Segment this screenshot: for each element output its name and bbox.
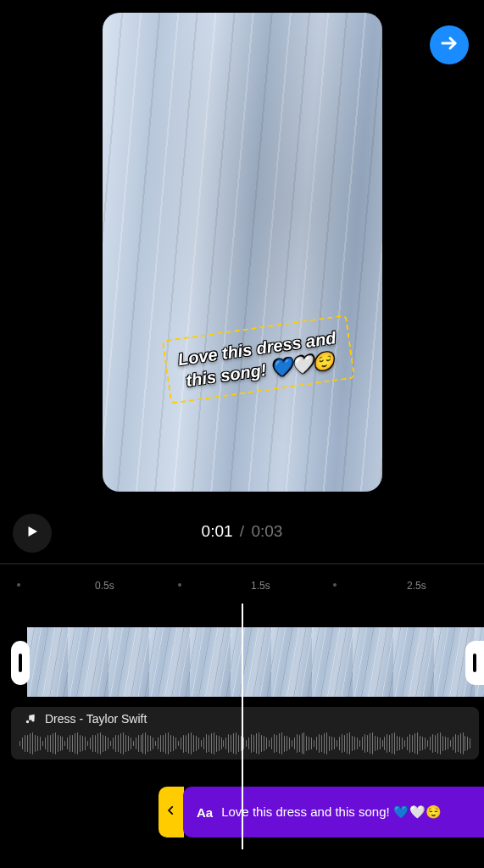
ruler-dot [17,583,20,587]
ruler-mark: 2.5s [407,580,426,592]
wave-bar [375,736,376,752]
wave-bar [92,735,93,753]
wave-bar [402,737,403,748]
trim-handle-left[interactable] [11,641,30,685]
wave-bar [281,732,282,754]
wave-bar [384,737,385,749]
wave-bar [216,735,217,751]
wave-bar [440,732,441,754]
wave-bar [145,732,146,754]
wave-bar [316,737,317,749]
wave-bar [45,737,46,749]
wave-bar [417,732,418,754]
timeline-frame[interactable] [231,627,271,697]
wave-bar [50,735,51,752]
timeline-frame[interactable] [190,627,231,697]
timeline-frame[interactable] [68,627,108,697]
next-button[interactable] [430,25,469,64]
wave-bar [128,736,129,751]
timeline-frame[interactable] [271,627,312,697]
wave-bar [414,733,415,754]
wave-bar [225,737,226,750]
wave-bar [362,737,363,749]
wave-bar [196,736,197,750]
timeline-frame[interactable] [108,627,149,697]
wave-bar [188,733,189,754]
wave-bar [100,732,101,754]
wave-bar [80,735,81,752]
wave-bar [297,734,298,752]
wave-bar [193,735,194,751]
wave-bar [150,736,151,751]
wave-bar [209,735,209,752]
total-time: 0:03 [251,522,282,540]
trim-handle-right[interactable] [465,641,484,685]
time-separator: / [240,522,244,540]
wave-bar [329,736,330,752]
wave-bar [344,735,345,753]
wave-bar [72,735,73,752]
video-timeline[interactable] [0,627,484,697]
film-strip[interactable] [27,627,484,697]
wave-bar [32,732,33,754]
wave-bar [37,736,38,751]
wave-bar [404,740,405,747]
wave-bar [25,735,25,752]
wave-bar [450,740,451,748]
wave-bar [113,737,114,749]
wave-bar [432,734,433,753]
text-clip-handle[interactable] [159,787,184,837]
timeline-frame[interactable] [312,627,353,697]
ruler-mark: 0.5s [95,580,114,592]
wave-bar [326,732,327,754]
wave-bar [352,736,353,752]
music-note-icon [25,713,36,725]
text-clip-label: Love this dress and this song! 💙🤍😌 [221,804,442,820]
wave-bar [30,733,31,754]
wave-bar [261,735,262,751]
wave-bar [118,735,119,752]
timeline-frame[interactable] [27,627,68,697]
timeline-frame[interactable] [393,627,434,697]
wave-bar [324,733,325,754]
wave-bar [437,733,438,754]
timeline-frame[interactable] [149,627,190,697]
wave-bar [399,737,400,750]
wave-bar [377,737,378,751]
wave-bar [256,733,257,754]
wave-bar [160,735,161,753]
text-clip[interactable]: Aa Love this dress and this song! 💙🤍😌 [183,787,484,837]
wave-bar [389,735,390,753]
wave-bar [158,737,159,749]
wave-bar [53,733,53,754]
wave-bar [430,737,431,750]
wave-bar [359,740,360,747]
video-preview[interactable] [103,13,382,492]
timeline-frame[interactable] [353,627,393,697]
wave-bar [82,736,83,751]
text-icon: Aa [197,805,213,820]
wave-bar [221,737,222,749]
wave-bar [448,737,448,748]
wave-bar [382,740,383,747]
wave-bar [186,735,186,752]
wave-bar [97,733,98,754]
wave-bar [314,740,314,747]
ruler-dot [178,583,181,587]
wave-bar [87,741,88,746]
wave-bar [214,732,214,754]
playback-controls: 0:01 / 0:03 [0,507,484,559]
wave-bar [409,734,410,753]
audio-track-label: Dress - Taylor Swift [45,712,147,726]
audio-track[interactable]: Dress - Taylor Swift [11,707,479,760]
wave-bar [284,736,285,752]
wave-bar [372,732,373,754]
wave-bar [465,736,465,751]
wave-bar [302,733,303,754]
wave-bar [198,737,199,749]
wave-bar [470,738,470,749]
wave-bar [292,740,292,747]
wave-bar [276,735,277,753]
wave-bar [22,737,23,748]
timeline-ruler[interactable]: 0.5s1.5s2.5s [0,575,484,597]
